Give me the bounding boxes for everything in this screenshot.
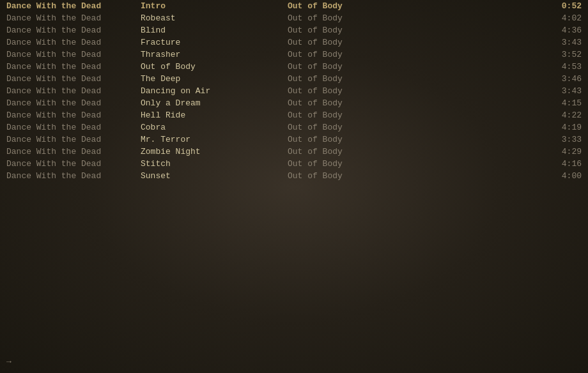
track-duration: 4:19 [543, 123, 582, 132]
track-artist: Dance With the Dead [6, 86, 134, 96]
table-row[interactable]: Dance With the DeadHell RideOut of Body4… [0, 109, 588, 121]
track-duration: 3:43 [543, 38, 582, 47]
track-artist: Dance With the Dead [6, 123, 134, 132]
track-title: Mr. Terror [134, 135, 281, 144]
table-row[interactable]: Dance With the DeadBlindOut of Body4:36 [0, 24, 588, 36]
track-title: Cobra [134, 123, 281, 132]
track-title: Hell Ride [134, 110, 281, 120]
track-title: Blind [134, 26, 281, 35]
track-duration: 4:36 [543, 26, 582, 35]
track-artist: Dance With the Dead [6, 74, 134, 84]
header-duration: 0:52 [543, 1, 582, 11]
header-title: Intro [134, 1, 281, 11]
track-list: Dance With the Dead Intro Out of Body 0:… [0, 0, 588, 182]
track-artist: Dance With the Dead [6, 62, 134, 72]
track-title: Zombie Night [134, 147, 281, 156]
track-album: Out of Body [281, 123, 543, 132]
track-album: Out of Body [281, 159, 543, 169]
table-row[interactable]: Dance With the DeadSunsetOut of Body4:00 [0, 170, 588, 182]
track-title: Thrasher [134, 50, 281, 59]
header-artist: Dance With the Dead [6, 1, 134, 11]
track-artist: Dance With the Dead [6, 135, 134, 144]
table-row[interactable]: Dance With the DeadThrasherOut of Body3:… [0, 49, 588, 61]
table-row[interactable]: Dance With the DeadCobraOut of Body4:19 [0, 121, 588, 133]
track-duration: 4:15 [543, 98, 582, 108]
track-artist: Dance With the Dead [6, 50, 134, 59]
track-album: Out of Body [281, 171, 543, 181]
table-row[interactable]: Dance With the DeadOnly a DreamOut of Bo… [0, 97, 588, 109]
track-duration: 4:16 [543, 159, 582, 169]
track-duration: 4:53 [543, 62, 582, 72]
track-artist: Dance With the Dead [6, 159, 134, 169]
track-duration: 3:46 [543, 74, 582, 84]
track-album: Out of Body [281, 74, 543, 84]
track-album: Out of Body [281, 62, 543, 72]
table-row[interactable]: Dance With the DeadStitchOut of Body4:16 [0, 158, 588, 170]
track-album: Out of Body [281, 38, 543, 47]
table-row[interactable]: Dance With the DeadOut of BodyOut of Bod… [0, 61, 588, 73]
track-title: Dancing on Air [134, 86, 281, 96]
table-header: Dance With the Dead Intro Out of Body 0:… [0, 0, 588, 12]
track-title: Stitch [134, 159, 281, 169]
track-album: Out of Body [281, 86, 543, 96]
table-row[interactable]: Dance With the DeadDancing on AirOut of … [0, 85, 588, 97]
track-title: The Deep [134, 74, 281, 84]
track-artist: Dance With the Dead [6, 13, 134, 23]
track-duration: 3:52 [543, 50, 582, 59]
table-row[interactable]: Dance With the DeadRobeastOut of Body4:0… [0, 12, 588, 24]
track-duration: 4:22 [543, 110, 582, 120]
track-album: Out of Body [281, 110, 543, 120]
track-duration: 3:43 [543, 86, 582, 96]
track-title: Only a Dream [134, 98, 281, 108]
track-album: Out of Body [281, 135, 543, 144]
track-artist: Dance With the Dead [6, 110, 134, 120]
track-artist: Dance With the Dead [6, 98, 134, 108]
track-title: Robeast [134, 13, 281, 23]
track-artist: Dance With the Dead [6, 171, 134, 181]
table-row[interactable]: Dance With the DeadThe DeepOut of Body3:… [0, 73, 588, 85]
track-album: Out of Body [281, 98, 543, 108]
table-row[interactable]: Dance With the DeadFractureOut of Body3:… [0, 36, 588, 49]
track-title: Fracture [134, 38, 281, 47]
track-album: Out of Body [281, 147, 543, 156]
track-duration: 4:02 [543, 13, 582, 23]
track-artist: Dance With the Dead [6, 147, 134, 156]
track-title: Sunset [134, 171, 281, 181]
track-artist: Dance With the Dead [6, 26, 134, 35]
table-row[interactable]: Dance With the DeadZombie NightOut of Bo… [0, 146, 588, 158]
track-duration: 4:00 [543, 171, 582, 181]
track-album: Out of Body [281, 26, 543, 35]
track-artist: Dance With the Dead [6, 38, 134, 47]
arrow-indicator: → [6, 357, 12, 367]
track-duration: 4:29 [543, 147, 582, 156]
track-album: Out of Body [281, 13, 543, 23]
track-duration: 3:33 [543, 135, 582, 144]
header-album: Out of Body [281, 1, 543, 11]
track-album: Out of Body [281, 50, 543, 59]
track-title: Out of Body [134, 62, 281, 72]
table-row[interactable]: Dance With the DeadMr. TerrorOut of Body… [0, 133, 588, 146]
